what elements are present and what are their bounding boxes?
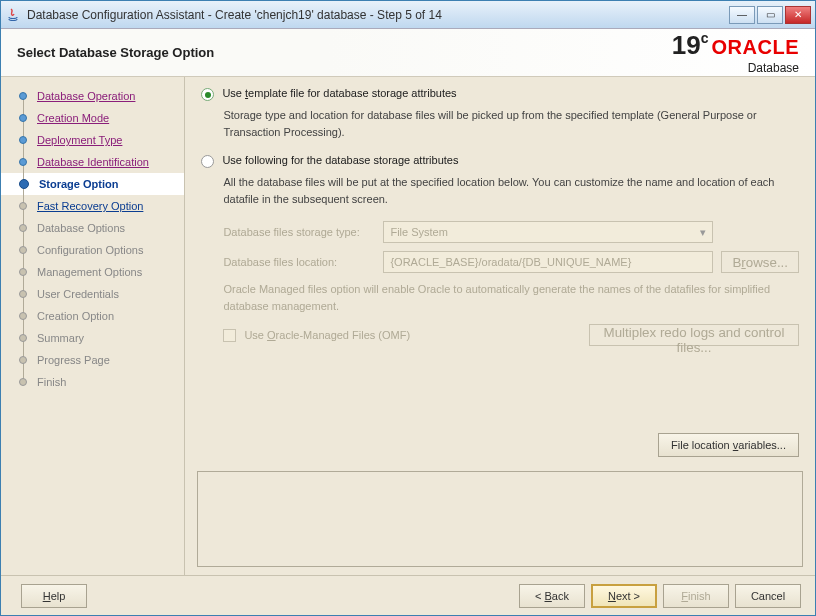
sidebar-item-fast-recovery-option[interactable]: Fast Recovery Option [1,195,184,217]
step-dot-icon [19,356,27,364]
sidebar-item-database-options: Database Options [1,217,184,239]
sidebar-item-creation-mode[interactable]: Creation Mode [1,107,184,129]
step-dot-icon [19,290,27,298]
storage-type-label: Database files storage type: [223,226,383,238]
step-dot-icon [19,136,27,144]
sidebar-item-label: Deployment Type [37,134,122,146]
sidebar-item-label: User Credentials [37,288,119,300]
oracle-logo: 19c ORACLE Database [672,30,799,75]
step-dot-icon [19,179,29,189]
sidebar-item-label: Progress Page [37,354,110,366]
main-panel: Use template file for database storage a… [185,77,815,575]
option-use-following[interactable]: Use following for the database storage a… [201,154,799,168]
step-dot-icon [19,334,27,342]
step-dot-icon [19,268,27,276]
sidebar-item-label: Database Operation [37,90,135,102]
multiplex-button: Multiplex redo logs and control files... [589,324,799,346]
storage-type-row: Database files storage type: File System… [223,221,799,243]
window-buttons: — ▭ ✕ [729,6,811,24]
wizard-header: Select Database Storage Option 19c ORACL… [1,29,815,77]
sidebar-item-finish: Finish [1,371,184,393]
cancel-button[interactable]: Cancel [735,584,801,608]
checkbox-icon [223,329,236,342]
sidebar-item-storage-option: Storage Option [1,173,184,195]
option-label: Use template file for database storage a… [222,87,456,99]
sidebar-item-label: Summary [37,332,84,344]
step-dot-icon [19,202,27,210]
sidebar-item-label: Finish [37,376,66,388]
back-button[interactable]: < Back [519,584,585,608]
location-row: Database files location: {ORACLE_BASE}/o… [223,251,799,273]
page-title: Select Database Storage Option [17,45,672,60]
sidebar-item-label: Creation Mode [37,112,109,124]
step-dot-icon [19,92,27,100]
sidebar-item-progress-page: Progress Page [1,349,184,371]
sidebar-item-user-credentials: User Credentials [1,283,184,305]
sidebar-item-management-options: Management Options [1,261,184,283]
step-dot-icon [19,158,27,166]
option-label: Use following for the database storage a… [222,154,458,166]
step-dot-icon [19,378,27,386]
help-button[interactable]: Help [21,584,87,608]
finish-button: Finish [663,584,729,608]
maximize-button[interactable]: ▭ [757,6,783,24]
sidebar-item-deployment-type[interactable]: Deployment Type [1,129,184,151]
sidebar-item-summary: Summary [1,327,184,349]
browse-button: Browse... [721,251,799,273]
option-desc: All the database files will be put at th… [223,174,799,207]
titlebar[interactable]: Database Configuration Assistant - Creat… [1,1,815,29]
chevron-down-icon: ▾ [700,226,706,239]
option-use-template[interactable]: Use template file for database storage a… [201,87,799,101]
next-button[interactable]: Next > [591,584,657,608]
app-window: Database Configuration Assistant - Creat… [0,0,816,616]
close-button[interactable]: ✕ [785,6,811,24]
wizard-footer: Help < Back Next > Finish Cancel [1,575,815,615]
omf-row: Use Oracle-Managed Files (OMF) Multiplex… [223,324,799,346]
radio-icon[interactable] [201,155,214,168]
location-label: Database files location: [223,256,383,268]
minimize-button[interactable]: — [729,6,755,24]
sidebar-item-label: Storage Option [39,178,118,190]
storage-type-select: File System ▾ [383,221,713,243]
sidebar-item-label: Database Identification [37,156,149,168]
step-dot-icon [19,312,27,320]
sidebar-item-label: Fast Recovery Option [37,200,143,212]
location-input: {ORACLE_BASE}/oradata/{DB_UNIQUE_NAME} [383,251,713,273]
file-location-variables-button[interactable]: File location variables... [658,433,799,457]
sidebar-item-database-identification[interactable]: Database Identification [1,151,184,173]
step-dot-icon [19,224,27,232]
radio-icon[interactable] [201,88,214,101]
sidebar-item-label: Management Options [37,266,142,278]
sidebar-item-label: Creation Option [37,310,114,322]
sidebar-item-configuration-options: Configuration Options [1,239,184,261]
sidebar-item-label: Database Options [37,222,125,234]
sidebar-item-database-operation[interactable]: Database Operation [1,85,184,107]
step-dot-icon [19,246,27,254]
wizard-sidebar: Database OperationCreation ModeDeploymen… [1,77,185,575]
step-dot-icon [19,114,27,122]
option-desc: Storage type and location for database f… [223,107,799,140]
omf-hint: Oracle Managed files option will enable … [223,281,799,314]
window-title: Database Configuration Assistant - Creat… [27,8,729,22]
java-icon [5,7,21,23]
sidebar-item-creation-option: Creation Option [1,305,184,327]
message-area [197,471,803,567]
sidebar-item-label: Configuration Options [37,244,143,256]
omf-label: Use Oracle-Managed Files (OMF) [244,329,581,341]
